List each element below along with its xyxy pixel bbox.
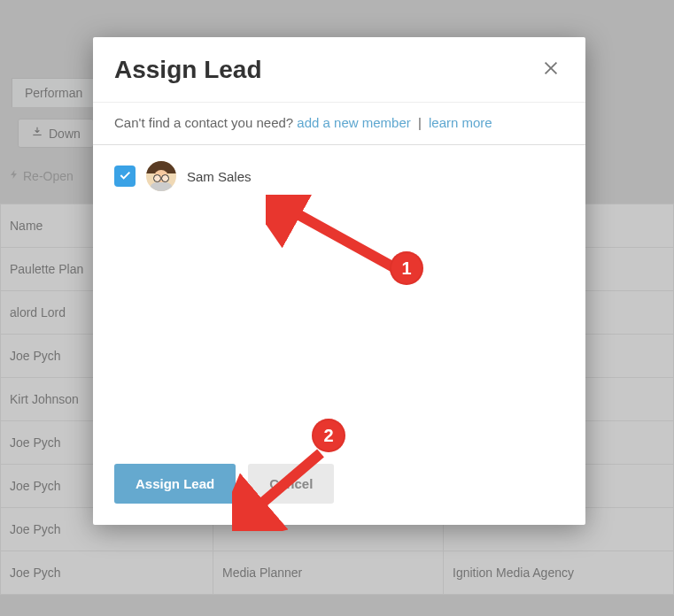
modal-body: Sam Sales	[93, 145, 585, 455]
subtext-prompt: Can't find a contact you need?	[114, 115, 293, 130]
check-icon	[118, 168, 132, 185]
modal-footer: Assign Lead Cancel	[93, 455, 585, 525]
annotation-marker-2: 2	[312, 419, 345, 452]
modal-title: Assign Lead	[114, 56, 261, 84]
contact-name: Sam Sales	[187, 169, 252, 184]
modal-header: Assign Lead	[93, 37, 585, 103]
contact-row: Sam Sales	[114, 161, 564, 191]
assign-lead-button[interactable]: Assign Lead	[114, 464, 236, 504]
marker-1-label: 1	[401, 258, 411, 279]
annotation-marker-1: 1	[390, 251, 423, 285]
learn-more-link[interactable]: learn more	[429, 115, 492, 130]
close-icon	[541, 58, 561, 81]
contact-checkbox[interactable]	[114, 166, 136, 187]
avatar	[146, 161, 176, 191]
marker-2-label: 2	[323, 426, 333, 446]
add-member-link[interactable]: add a new member	[297, 115, 410, 130]
cancel-button[interactable]: Cancel	[248, 464, 334, 504]
modal-subtext: Can't find a contact you need? add a new…	[93, 103, 585, 145]
link-separator: |	[418, 115, 422, 130]
assign-lead-modal: Assign Lead Can't find a contact you nee…	[93, 37, 585, 525]
close-button[interactable]	[538, 55, 564, 84]
